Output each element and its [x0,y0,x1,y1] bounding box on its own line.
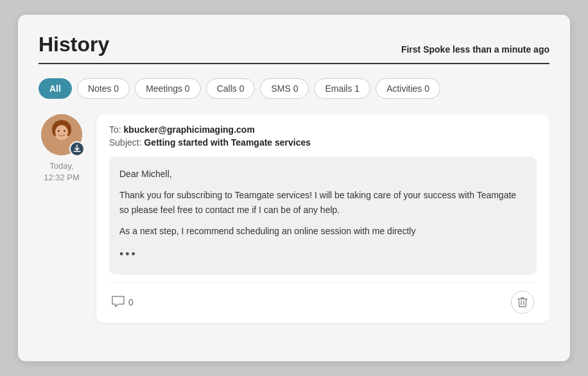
email-address: kbucker@graphicimaging.com [124,124,255,135]
email-content: To: kbucker@graphicimaging.com Subject: … [96,114,549,323]
timestamp: Today, 12:32 PM [44,160,80,184]
meta-label: First Spoke [401,44,450,55]
tab-notes[interactable]: Notes 0 [77,78,130,99]
trash-icon [517,296,528,308]
email-row: Today, 12:32 PM To: kbucker@graphicimagi… [39,114,549,323]
avatar-wrapper [41,114,82,155]
tab-all[interactable]: All [39,78,72,99]
body-paragraph1: Thank you for subscribing to Teamgate se… [119,188,526,218]
delete-button[interactable] [511,291,534,314]
tab-meetings[interactable]: Meetings 0 [135,78,200,99]
comment-section: 0 [112,296,134,309]
avatar-col: Today, 12:32 PM [39,114,85,184]
tab-calls[interactable]: Calls 0 [206,78,255,99]
page-title: History [39,33,109,56]
email-subject: Subject: Getting started with Teamgate s… [109,137,537,148]
email-to: To: kbucker@graphicimaging.com [109,124,537,135]
meta-value: less than a minute ago [453,44,549,55]
email-body: Dear Michell, Thank you for subscribing … [109,157,537,275]
comment-icon [112,296,125,309]
email-footer: 0 [109,282,537,323]
header-meta: First Spoke less than a minute ago [401,44,549,56]
svg-point-7 [58,130,60,132]
comment-count-value: 0 [128,297,134,307]
header: History First Spoke less than a minute a… [39,33,549,64]
email-badge [69,141,85,157]
tab-activities[interactable]: Activities 0 [376,78,440,99]
body-paragraph2: As a next step, I recommend scheduling a… [119,224,526,239]
tabs-container: All Notes 0 Meetings 0 Calls 0 SMS 0 Ema… [39,78,549,99]
svg-point-8 [64,130,65,132]
tab-emails[interactable]: Emails 1 [314,78,370,99]
tab-sms[interactable]: SMS 0 [260,78,309,99]
subject-text: Getting started with Teamgate services [144,137,311,148]
svg-point-6 [55,125,68,139]
ellipsis: ••• [119,245,526,264]
body-greeting: Dear Michell, [119,167,526,182]
history-card: History First Spoke less than a minute a… [18,15,570,361]
